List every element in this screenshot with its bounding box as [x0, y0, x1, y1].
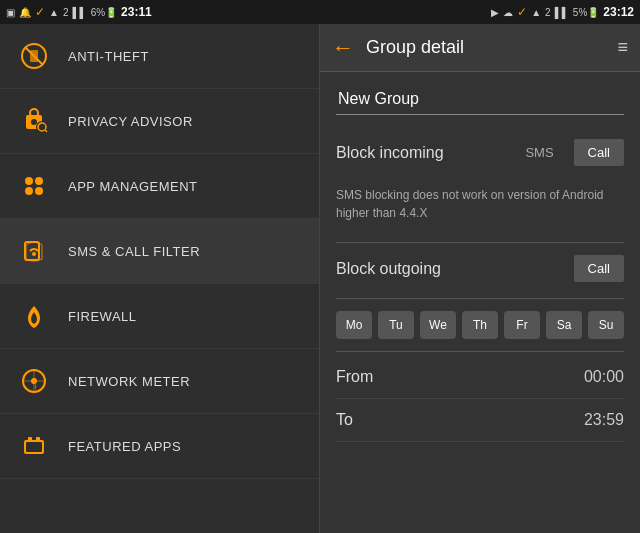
status-bar-left: ▣ 🔔 ✓ ▲ 2 ▌▌ 6%🔋 23:11: [6, 5, 326, 19]
svg-point-11: [25, 187, 33, 195]
day-su[interactable]: Su: [588, 311, 624, 339]
panel-content: Block incoming SMS Call SMS blocking doe…: [320, 72, 640, 533]
block-outgoing-label: Block outgoing: [336, 260, 568, 278]
from-value: 00:00: [584, 368, 624, 386]
svg-rect-2: [30, 50, 38, 62]
day-th[interactable]: Th: [462, 311, 498, 339]
carrier-icon-left: 2: [63, 7, 69, 18]
call-toggle-outgoing[interactable]: Call: [574, 255, 624, 282]
time-left: 23:11: [121, 5, 152, 19]
sidebar-label-anti-theft: ANTI-THEFT: [68, 49, 149, 64]
wifi-icon-right: ▲: [531, 7, 541, 18]
to-label: To: [336, 411, 584, 429]
group-name-input[interactable]: [336, 84, 624, 115]
sidebar-item-app-management[interactable]: APP MANAGEMENT: [0, 154, 319, 219]
svg-text:i: i: [35, 383, 37, 390]
from-label: From: [336, 368, 584, 386]
block-outgoing-row: Block outgoing Call: [336, 247, 624, 290]
sidebar-label-privacy: PRIVACY ADVISOR: [68, 114, 193, 129]
signal-icon-right: ▌▌: [555, 7, 569, 18]
notification-icon: 🔔: [19, 7, 31, 18]
check-icon-left: ✓: [35, 5, 45, 19]
svg-point-12: [35, 187, 43, 195]
from-row: From 00:00: [336, 356, 624, 399]
battery-icon-left: 6%🔋: [91, 7, 117, 18]
battery-icon-right: 5%🔋: [573, 7, 599, 18]
panel-header: ← Group detail ≡: [320, 24, 640, 72]
sidebar-item-privacy-advisor[interactable]: PRIVACY ADVISOR: [0, 89, 319, 154]
signal-icon-left: ▌▌: [72, 7, 86, 18]
sidebar-item-sms-call-filter[interactable]: SMS & CALL FILTER: [0, 219, 319, 284]
sidebar-label-network: NETWORK METER: [68, 374, 190, 389]
svg-rect-21: [26, 442, 42, 452]
sidebar-label-featured: FEATURED APPS: [68, 439, 181, 454]
right-panel: ← Group detail ≡ Block incoming SMS Call…: [320, 24, 640, 533]
media-icon: ▶: [491, 7, 499, 18]
svg-point-14: [32, 252, 36, 256]
to-value: 23:59: [584, 411, 624, 429]
sidebar-item-anti-theft[interactable]: ANTI-THEFT: [0, 24, 319, 89]
divider-2: [336, 298, 624, 299]
svg-point-5: [31, 119, 37, 125]
day-sa[interactable]: Sa: [546, 311, 582, 339]
panel-title: Group detail: [366, 37, 605, 58]
day-fr[interactable]: Fr: [504, 311, 540, 339]
check-icon-right: ✓: [517, 5, 527, 19]
svg-point-10: [35, 177, 43, 185]
network-icon: i: [16, 363, 52, 399]
carrier-icon-right: 2: [545, 7, 551, 18]
svg-rect-22: [28, 437, 32, 441]
call-toggle-incoming[interactable]: Call: [574, 139, 624, 166]
days-row: Mo Tu We Th Fr Sa Su: [336, 311, 624, 339]
to-row: To 23:59: [336, 399, 624, 442]
block-incoming-row: Block incoming SMS Call: [336, 131, 624, 174]
divider-3: [336, 351, 624, 352]
divider-1: [336, 242, 624, 243]
wifi-icon-left: ▲: [49, 7, 59, 18]
sidebar-label-apps: APP MANAGEMENT: [68, 179, 198, 194]
soundcloud-icon: ☁: [503, 7, 513, 18]
sidebar-label-sms-call: SMS & CALL FILTER: [68, 244, 200, 259]
sim-icon: ▣: [6, 7, 15, 18]
sidebar-item-featured-apps[interactable]: FEATURED APPS: [0, 414, 319, 479]
status-bar: ▣ 🔔 ✓ ▲ 2 ▌▌ 6%🔋 23:11 ▶ ☁ ✓ ▲ 2 ▌▌ 5%🔋 …: [0, 0, 640, 24]
apps-icon: [16, 168, 52, 204]
day-we[interactable]: We: [420, 311, 456, 339]
menu-icon[interactable]: ≡: [617, 37, 628, 58]
app-container: ANTI-THEFT PRIVACY ADVISOR: [0, 24, 640, 533]
svg-rect-23: [36, 437, 40, 441]
sidebar-item-firewall[interactable]: FIREWALL: [0, 284, 319, 349]
status-bar-right: ▶ ☁ ✓ ▲ 2 ▌▌ 5%🔋 23:12: [326, 5, 634, 19]
privacy-icon: [16, 103, 52, 139]
sidebar-item-network-meter[interactable]: i NETWORK METER: [0, 349, 319, 414]
sidebar: ANTI-THEFT PRIVACY ADVISOR: [0, 24, 320, 533]
sms-toggle-label: SMS: [511, 139, 567, 166]
back-button[interactable]: ←: [332, 37, 354, 59]
day-mo[interactable]: Mo: [336, 311, 372, 339]
time-right: 23:12: [603, 5, 634, 19]
sms-call-icon: [16, 233, 52, 269]
block-incoming-label: Block incoming: [336, 144, 511, 162]
featured-icon: [16, 428, 52, 464]
anti-theft-icon: [16, 38, 52, 74]
sms-warning-text: SMS blocking does not work on version of…: [336, 182, 624, 226]
firewall-icon: [16, 298, 52, 334]
sidebar-label-firewall: FIREWALL: [68, 309, 137, 324]
svg-point-9: [25, 177, 33, 185]
day-tu[interactable]: Tu: [378, 311, 414, 339]
